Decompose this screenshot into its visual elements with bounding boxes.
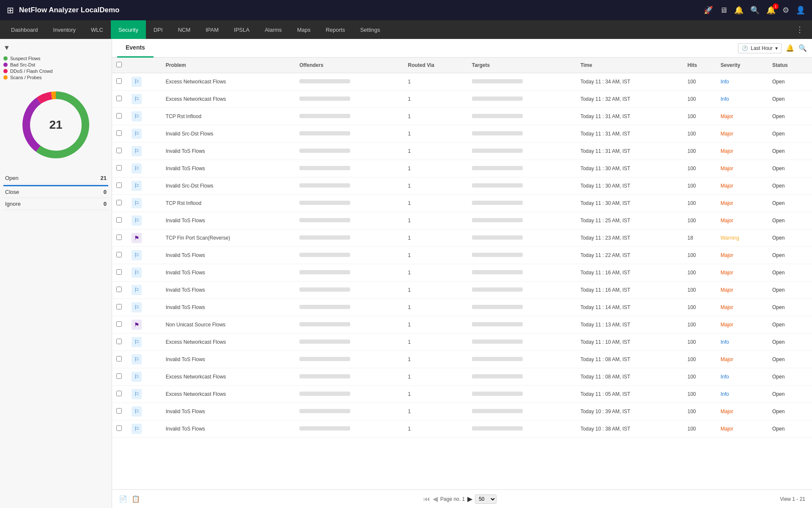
nav-reports[interactable]: Reports [318,20,353,39]
row-severity: Major [716,351,768,368]
table-row[interactable]: ⚐ Invalid Src-Dst Flows 1 Today 11 : 30 … [112,177,812,195]
nav-maps[interactable]: Maps [289,20,318,39]
row-checkbox[interactable] [112,386,127,403]
table-row[interactable]: ⚑ Non Unicast Source Flows 1 Today 11 : … [112,316,812,334]
row-checkbox[interactable] [112,229,127,247]
per-page-select[interactable]: 50 25 100 [475,494,497,504]
first-page-icon[interactable]: ⏮ [423,495,430,503]
row-checkbox[interactable] [112,420,127,438]
status-open-row[interactable]: Open 21 [3,172,108,184]
table-row[interactable]: ⚐ Excess Networkcast Flows 1 Today 11 : … [112,91,812,108]
event-type-icon: ⚐ [132,77,142,87]
table-row[interactable]: ⚐ Excess Networkcast Flows 1 Today 11 : … [112,334,812,351]
app-grid-icon[interactable]: ⊞ [7,5,14,15]
table-row[interactable]: ⚐ TCP Rst Inflood 1 Today 11 : 31 AM, IS… [112,108,812,125]
event-type-icon: ⚐ [132,250,142,260]
row-checkbox[interactable] [112,73,127,91]
legend-suspect-flows: Suspect Flows [3,56,108,61]
row-offenders [295,282,404,299]
nav-dpi[interactable]: DPI [146,20,170,39]
row-targets [468,212,576,229]
table-row[interactable]: ⚐ Invalid ToS Flows 1 Today 11 : 08 AM, … [112,351,812,368]
bell-outline-icon[interactable]: 🔔 [734,6,743,15]
row-time: Today 11 : 31 AM, IST [576,125,683,143]
table-row[interactable]: ⚑ TCP Fin Port Scan(Reverse) 1 Today 11 … [112,229,812,247]
nav-ipsla[interactable]: IPSLA [226,20,257,39]
alert-config-icon[interactable]: 🔔 [786,44,794,52]
event-type-icon: ⚐ [132,181,142,191]
header-checkbox[interactable] [112,58,127,73]
nav-wlc[interactable]: WLC [83,20,111,39]
status-close-row[interactable]: Close 0 [3,186,108,198]
header-problem[interactable]: Problem [162,58,295,73]
table-row[interactable]: ⚐ Excess Networkcast Flows 1 Today 11 : … [112,73,812,91]
header-hits[interactable]: Hits [683,58,716,73]
row-checkbox[interactable] [112,368,127,386]
row-checkbox[interactable] [112,316,127,334]
table-row[interactable]: ⚐ Invalid ToS Flows 1 Today 11 : 16 AM, … [112,264,812,282]
nav-more-icon[interactable]: ⋮ [791,25,809,34]
row-checkbox[interactable] [112,195,127,212]
table-row[interactable]: ⚐ Invalid ToS Flows 1 Today 11 : 22 AM, … [112,247,812,264]
table-row[interactable]: ⚐ Excess Networkcast Flows 1 Today 11 : … [112,368,812,386]
row-checkbox[interactable] [112,247,127,264]
nav-ipam[interactable]: IPAM [198,20,226,39]
table-row[interactable]: ⚐ Invalid ToS Flows 1 Today 11 : 30 AM, … [112,160,812,177]
header-severity[interactable]: Severity [716,58,768,73]
nav-security[interactable]: Security [111,20,146,39]
nav-settings[interactable]: Settings [353,20,388,39]
row-time: Today 11 : 23 AM, IST [576,229,683,247]
status-ignore-row[interactable]: Ignore 0 [3,198,108,210]
tab-events[interactable]: Events [117,39,154,58]
row-checkbox[interactable] [112,351,127,368]
nav-dashboard[interactable]: Dashboard [3,20,46,39]
nav-inventory[interactable]: Inventory [46,20,83,39]
row-checkbox[interactable] [112,334,127,351]
row-checkbox[interactable] [112,264,127,282]
prev-page-icon[interactable]: ◀ [433,495,438,503]
export-csv-icon[interactable]: 📄 [119,495,127,503]
notification-icon[interactable]: 🔔 1 [766,6,776,15]
row-checkbox[interactable] [112,125,127,143]
table-row[interactable]: ⚐ Invalid ToS Flows 1 Today 11 : 16 AM, … [112,282,812,299]
filter-icon[interactable]: ▼ [3,44,108,52]
search-icon[interactable]: 🔍 [750,6,760,15]
row-checkbox[interactable] [112,108,127,125]
time-selector[interactable]: 🕐 Last Hour ▾ [738,43,782,53]
table-row[interactable]: ⚐ Invalid ToS Flows 1 Today 10 : 39 AM, … [112,403,812,420]
row-checkbox[interactable] [112,91,127,108]
row-checkbox[interactable] [112,143,127,160]
header-routed-via[interactable]: Routed Via [404,58,468,73]
table-row[interactable]: ⚐ Invalid ToS Flows 1 Today 11 : 31 AM, … [112,143,812,160]
row-checkbox[interactable] [112,282,127,299]
select-all-checkbox[interactable] [116,62,122,67]
export-pdf-icon[interactable]: 📋 [132,495,140,503]
table-row[interactable]: ⚐ TCP Rst Inflood 1 Today 11 : 30 AM, IS… [112,195,812,212]
event-type-icon: ⚐ [132,424,142,434]
nav-alarms[interactable]: Alarms [257,20,289,39]
table-row[interactable]: ⚐ Invalid ToS Flows 1 Today 10 : 38 AM, … [112,420,812,438]
settings-icon[interactable]: ⚙ [782,6,789,15]
header-status[interactable]: Status [768,58,812,73]
header-targets[interactable]: Targets [468,58,576,73]
row-checkbox[interactable] [112,160,127,177]
row-checkbox[interactable] [112,403,127,420]
rocket-icon[interactable]: 🚀 [704,6,713,15]
next-page-icon[interactable]: ▶ [467,495,472,503]
table-search-icon[interactable]: 🔍 [798,44,807,52]
user-icon[interactable]: 👤 [796,6,805,15]
table-row[interactable]: ⚐ Invalid ToS Flows 1 Today 11 : 14 AM, … [112,299,812,316]
page-number-label: Page no. 1 [440,496,465,502]
table-row[interactable]: ⚐ Invalid Src-Dst Flows 1 Today 11 : 31 … [112,125,812,143]
monitor-icon[interactable]: 🖥 [720,6,727,15]
row-checkbox[interactable] [112,177,127,195]
nav-ncm[interactable]: NCM [170,20,198,39]
table-row[interactable]: ⚐ Invalid ToS Flows 1 Today 11 : 25 AM, … [112,212,812,229]
row-icon-cell: ⚐ [127,160,162,177]
row-offenders [295,403,404,420]
header-offenders[interactable]: Offenders [295,58,404,73]
header-time[interactable]: Time [576,58,683,73]
row-checkbox[interactable] [112,299,127,316]
row-checkbox[interactable] [112,212,127,229]
table-row[interactable]: ⚐ Excess Networkcast Flows 1 Today 11 : … [112,386,812,403]
